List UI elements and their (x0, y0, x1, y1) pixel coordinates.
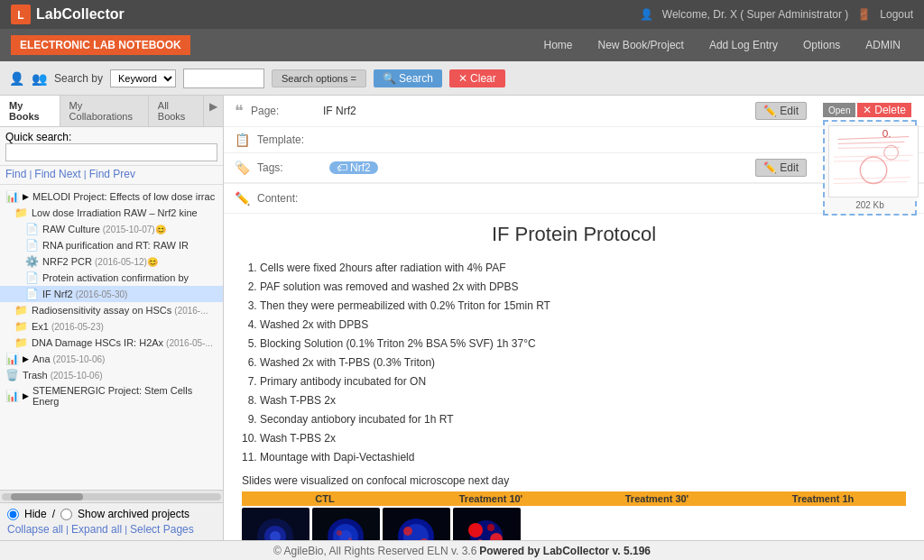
tree-item-protein[interactable]: 📄 Protein activation confirmation by (0, 270, 223, 286)
tree-item-raw-culture[interactable]: 📄 RAW Culture (2015-10-07)😊 (0, 221, 223, 237)
tree-item-radio[interactable]: 📁 Radiosensitivity assay on HSCs (2016-.… (0, 302, 223, 318)
nav-admin[interactable]: ADMIN (853, 32, 913, 59)
separator: / (52, 508, 55, 520)
page-edit-button[interactable]: ✏️ Edit (755, 102, 807, 120)
protocol-content: IF Protein Protocol Cells were fixed 2ho… (224, 214, 924, 540)
expand-all-link[interactable]: Expand all (71, 523, 122, 536)
tree: 📊 ▶ MELODI Project: Effects of low dose … (0, 185, 223, 490)
nav-add-log[interactable]: Add Log Entry (697, 32, 790, 59)
step-2: PAF solution was removed and washed 2x w… (260, 279, 906, 295)
folder-icon: 📁 (14, 304, 28, 317)
tree-item-ana[interactable]: 📊 ▶ Ana (2015-10-06) (0, 351, 223, 367)
step-8: Wash T-PBS 2x (260, 392, 906, 409)
edit-icon: ✏️ (763, 105, 777, 117)
tree-item-if-nrf2[interactable]: 📄 IF Nrf2 (2016-05-30) (0, 286, 223, 302)
tree-item-low-dose[interactable]: 📁 Low dose Irradiation RAW – Nrf2 kine (0, 205, 223, 221)
thumbnail-box[interactable]: 0. 202 Kb (823, 120, 917, 216)
user-icon: 👤 (640, 8, 653, 21)
search-toolbar: 👤 👥 Search by Keyword Title Author Searc… (0, 61, 924, 96)
find-link[interactable]: Find (5, 168, 26, 180)
search-button[interactable]: 🔍 Search (374, 69, 442, 87)
quick-search-label: Quick search: (5, 131, 71, 143)
project-icon: 📊 (5, 390, 19, 402)
tags-edit-button[interactable]: ✏️ Edit (755, 159, 807, 177)
step-7: Primary antibody incubated for ON (260, 373, 906, 390)
step-5: Blocking Solution (0.1% Triton 2% BSA 5%… (260, 335, 906, 352)
search-by-label: Search by (54, 72, 103, 85)
open-button[interactable]: Open (823, 103, 855, 117)
sidebar-bottom: Hide / Show archived projects Collapse a… (0, 502, 223, 540)
tree-label: DNA Damage HSCs IR: H2Ax (32, 337, 163, 348)
tree-item-stemenergic[interactable]: 📊 ▶ STEMENERGIC Project: Stem Cells Ener… (0, 383, 223, 409)
archived-options: Hide / Show archived projects (7, 508, 216, 520)
col-treatment1h: Treatment 1h (740, 493, 906, 504)
logo: L LabCollector (11, 5, 125, 24)
tags-label: Tags: (257, 161, 329, 174)
svg-point-26 (403, 527, 412, 536)
tree-item-nrf2-pcr[interactable]: ⚙️ NRF2 PCR (2016-05-12)😊 (0, 253, 223, 270)
quick-search-input[interactable] (5, 143, 217, 161)
tab-all-books[interactable]: All Books (149, 96, 204, 126)
nav-new-book[interactable]: New Book/Project (586, 32, 697, 59)
folder-icon: 📁 (14, 207, 28, 219)
svg-point-34 (487, 524, 494, 531)
clear-button[interactable]: ✕ Clear (449, 69, 505, 87)
protocol-table-header: CTL Treatment 10' Treatment 30' Treatmen… (242, 491, 906, 506)
search-options-button[interactable]: Search options = (272, 69, 366, 87)
delete-button[interactable]: ✕ Delete (857, 103, 910, 117)
thumbnail-svg: 0. (829, 125, 918, 197)
show-radio-label[interactable]: Show archived projects (60, 508, 189, 520)
find-prev-link[interactable]: Find Prev (89, 168, 135, 180)
step-10: Wash T-PBS 2x (260, 430, 906, 446)
expand-icon: ▶ (23, 354, 29, 363)
hide-radio-label[interactable]: Hide (7, 508, 47, 520)
tree-label: NRF2 PCR (42, 256, 92, 267)
module-title: ELECTRONIC LAB NOTEBOOK (11, 35, 190, 55)
step-6: Washed 2x with T-PBS (0.3% Triton) (260, 354, 906, 371)
tree-item-melodi[interactable]: 📊 ▶ MELODI Project: Effects of low dose … (0, 188, 223, 205)
page-value: IF Nrf2 (323, 105, 755, 117)
tab-my-collaborations[interactable]: My Collaborations (60, 96, 149, 126)
nav-options[interactable]: Options (790, 32, 853, 59)
show-radio[interactable] (60, 509, 72, 520)
select-pages-link[interactable]: Select Pages (130, 523, 194, 536)
scroll-track (2, 493, 221, 500)
content-icon: ✏️ (235, 191, 250, 206)
svg-point-31 (468, 523, 483, 537)
thumbnail-size: 202 Kb (828, 200, 911, 210)
scroll-thumb (11, 493, 83, 500)
logout-link[interactable]: Logout (880, 8, 913, 21)
collapse-all-link[interactable]: Collapse all (7, 523, 63, 536)
tree-date: (2015-10-07)😊 (103, 225, 166, 234)
tree-label: STEMENERGIC Project: Stem Cells Energ (32, 385, 217, 407)
tags-value: 🏷 Nrf2 (329, 161, 755, 174)
tree-item-dna[interactable]: 📁 DNA Damage HSCs IR: H2Ax (2016-05-... (0, 335, 223, 351)
thumbnail-section: Open ✕ Delete (816, 96, 924, 223)
col-ctl: CTL (242, 493, 408, 504)
tree-item-trash[interactable]: 🗑️ Trash (2015-10-06) (0, 367, 223, 383)
tree-date: (2016-05-12)😊 (95, 257, 158, 267)
template-label: Template: (257, 133, 329, 146)
search-icon1: 👤 (9, 71, 24, 86)
nav-home[interactable]: Home (531, 32, 586, 59)
tab-my-books[interactable]: My Books (0, 96, 60, 126)
page-icon: 📄 (25, 288, 39, 300)
hide-radio[interactable] (7, 509, 19, 520)
tree-item-rna[interactable]: 📄 RNA purification and RT: RAW IR (0, 237, 223, 253)
tags-icon: 🏷️ (235, 161, 250, 175)
find-next-link[interactable]: Find Next (34, 168, 80, 180)
tree-date: (2015-10-06) (53, 354, 106, 364)
content-area: ❝ Page: IF Nrf2 ✏️ Edit 📋 Template: 🏷️ T… (224, 96, 924, 540)
top-right: 👤 Welcome, Dr. X ( Super Administrator )… (640, 8, 913, 21)
tree-label: Radiosensitivity assay on HSCs (32, 305, 171, 316)
search-input[interactable] (183, 69, 264, 88)
powered-by: Powered by LabCollector v. 5.196 (479, 545, 651, 557)
col-treatment30: Treatment 30' (574, 493, 740, 504)
sidebar-scrollbar[interactable] (0, 490, 223, 502)
edit-icon2: ✏️ (763, 161, 777, 174)
page-icon: 📄 (25, 239, 39, 252)
sidebar-arrow[interactable]: ▶ (204, 96, 223, 126)
tag-badge: 🏷 Nrf2 (329, 161, 378, 174)
keyword-select[interactable]: Keyword Title Author (110, 69, 176, 87)
tree-item-ex1[interactable]: 📁 Ex1 (2016-05-23) (0, 318, 223, 335)
